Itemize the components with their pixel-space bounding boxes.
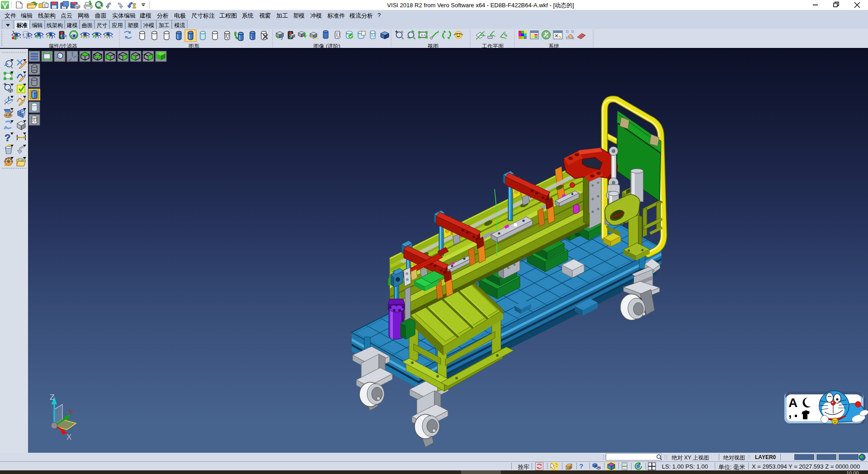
svg-text:,: , [788,406,792,420]
svg-text:X: X [66,433,71,441]
svg-text:Y: Y [69,408,73,416]
svg-text:?: ? [5,132,10,143]
svg-text:Z: Z [50,393,54,402]
svg-text:1:1: 1:1 [421,33,426,37]
svg-text:HG: HG [567,466,572,469]
